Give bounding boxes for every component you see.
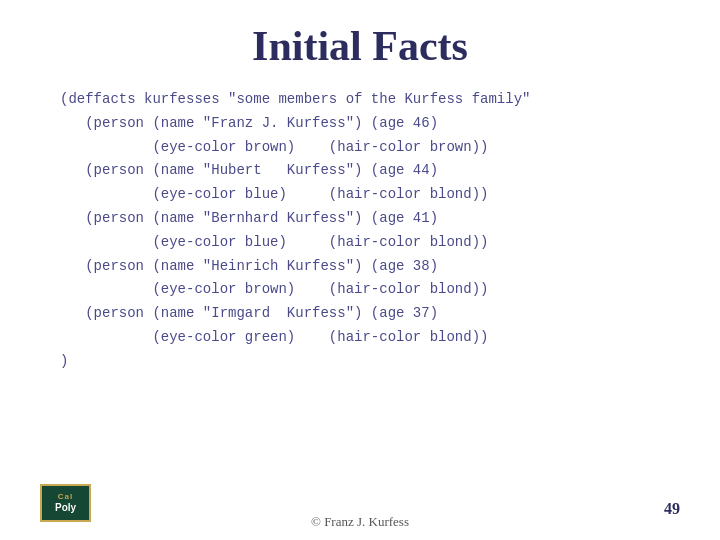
logo-poly: Poly [55,502,76,514]
code-block: (deffacts kurfesses "some members of the… [40,88,680,374]
footer: Cal Poly © Franz J. Kurfess 49 [0,514,720,530]
code-line-12: ) [60,350,680,374]
logo-cal: Cal [58,492,73,502]
code-line-4: (person (name "Hubert Kurfess") (age 44) [60,159,680,183]
code-line-9: (eye-color brown) (hair-color blond)) [60,278,680,302]
code-line-10: (person (name "Irmgard Kurfess") (age 37… [60,302,680,326]
code-line-3: (eye-color brown) (hair-color brown)) [60,136,680,160]
code-line-8: (person (name "Heinrich Kurfess") (age 3… [60,255,680,279]
slide-title: Initial Facts [40,0,680,88]
code-line-1: (deffacts kurfesses "some members of the… [60,88,680,112]
code-line-11: (eye-color green) (hair-color blond)) [60,326,680,350]
logo-text: Cal Poly [49,489,82,517]
page-number: 49 [664,500,680,518]
code-line-2: (person (name "Franz J. Kurfess") (age 4… [60,112,680,136]
footer-credit: © Franz J. Kurfess [311,514,409,530]
cal-poly-logo: Cal Poly [40,484,91,522]
code-line-5: (eye-color blue) (hair-color blond)) [60,183,680,207]
logo-box: Cal Poly [40,484,91,522]
code-line-6: (person (name "Bernhard Kurfess") (age 4… [60,207,680,231]
slide: Initial Facts (deffacts kurfesses "some … [0,0,720,540]
code-line-7: (eye-color blue) (hair-color blond)) [60,231,680,255]
